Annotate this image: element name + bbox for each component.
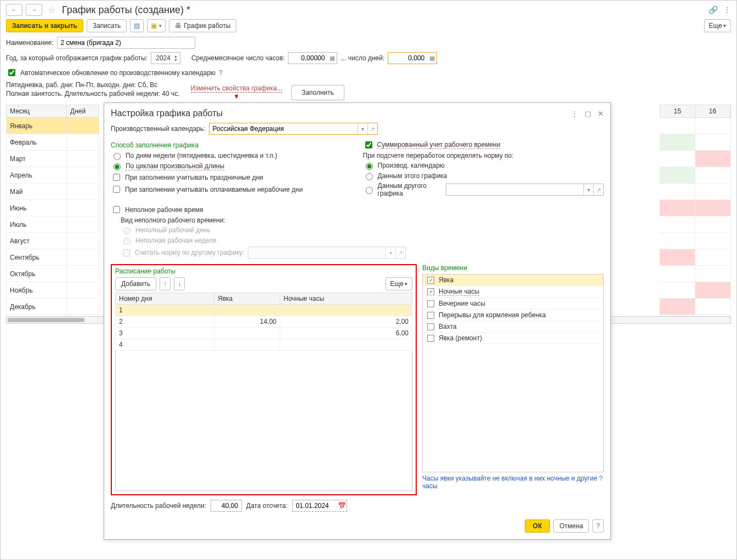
chk-summed[interactable] xyxy=(365,141,372,148)
help-icon[interactable]: ? xyxy=(599,475,603,482)
name-input[interactable] xyxy=(57,37,195,49)
chevron-down-icon: ▾ xyxy=(385,247,395,258)
year-spinner[interactable]: 2024 ▲▼ xyxy=(151,52,180,64)
doc-icon-button[interactable]: ▤ xyxy=(130,19,144,32)
other-schedule-combo[interactable]: ▾ ↗ xyxy=(446,184,604,196)
fill-button[interactable]: Заполнить xyxy=(291,85,344,100)
month-row[interactable]: Май xyxy=(7,184,99,200)
list-item[interactable]: Явка (ремонт) xyxy=(423,333,603,344)
chk-parttime[interactable] xyxy=(113,206,120,213)
chevron-down-icon[interactable]: ▾ xyxy=(583,184,593,195)
list-item[interactable]: Вечерние часы xyxy=(423,298,603,310)
menu-icon[interactable]: ⋮ xyxy=(723,5,731,14)
open-ref-icon[interactable]: ↗ xyxy=(367,123,377,134)
schedule-table[interactable]: Номер дня Явка Ночные часы 1 214,002,00 … xyxy=(115,293,412,351)
more-button[interactable]: Еще ▾ xyxy=(704,19,731,32)
open-ref-icon[interactable]: ↗ xyxy=(593,184,603,195)
help-button[interactable]: ? xyxy=(592,519,604,533)
checkbox-icon[interactable] xyxy=(427,335,434,342)
auto-update-label: Автоматическое обновление по производств… xyxy=(20,69,216,77)
table-row[interactable]: 1 xyxy=(116,305,412,316)
folder-icon: ▣ xyxy=(151,22,157,30)
checkbox-icon[interactable]: ✓ xyxy=(427,277,434,284)
month-row[interactable]: Октябрь xyxy=(7,266,99,282)
add-row-button[interactable]: Добавить xyxy=(115,277,156,290)
calendar-strip: 1516 xyxy=(660,105,731,315)
ok-button[interactable]: ОК xyxy=(525,519,551,533)
year-label: Год, за который отображается график рабо… xyxy=(6,54,148,62)
help-icon: ? xyxy=(596,522,600,530)
month-row[interactable]: Ноябрь xyxy=(7,282,99,299)
dialog-maximize-icon[interactable]: ▢ xyxy=(585,110,591,118)
month-row[interactable]: Январь xyxy=(7,118,99,134)
table-row[interactable]: 214,002,00 xyxy=(116,316,412,328)
schedule-summary-2: Полная занятость. Длительность рабочей н… xyxy=(6,90,180,98)
dialog-menu-icon[interactable]: ⋮ xyxy=(571,110,578,118)
month-row[interactable]: Март xyxy=(7,151,99,167)
radio-part-day xyxy=(123,227,131,235)
month-row[interactable]: Июнь xyxy=(7,200,99,216)
favorite-star-icon[interactable]: ☆ xyxy=(46,4,58,16)
save-button[interactable]: Записать xyxy=(87,19,127,32)
schedule-settings-dialog: Настройка графика работы ⋮ ▢ ✕ Производс… xyxy=(104,102,611,540)
checkbox-icon[interactable]: ✓ xyxy=(427,288,434,295)
radio-norm-other[interactable] xyxy=(366,187,373,194)
chk-holidays[interactable] xyxy=(113,174,120,181)
move-up-button[interactable]: ↑ xyxy=(160,277,171,290)
chk-paid-nonwork[interactable] xyxy=(113,186,120,193)
avg-hours-input[interactable]: ▦ xyxy=(288,52,337,64)
chevron-down-icon[interactable]: ▾ xyxy=(358,123,367,134)
calculator-icon[interactable]: ▦ xyxy=(327,55,337,62)
radio-norm-this[interactable] xyxy=(366,173,373,180)
spin-up-icon[interactable]: ▲ xyxy=(174,54,178,58)
days-input[interactable]: ▦ xyxy=(388,52,437,64)
calendar-icon[interactable]: 📅 xyxy=(337,502,347,510)
print-button[interactable]: 🖶График работы xyxy=(169,19,236,32)
change-properties-link[interactable]: Изменить свойства графика... xyxy=(191,84,282,93)
cancel-button[interactable]: Отмена xyxy=(553,519,589,533)
page-title: График работы (создание) * xyxy=(62,4,190,16)
nav-back-button[interactable]: ← xyxy=(6,4,22,16)
month-row[interactable]: Июль xyxy=(7,216,99,233)
start-date-label: Дата отсчета: xyxy=(246,502,287,510)
month-row[interactable]: Сентябрь xyxy=(7,249,99,266)
prod-calendar-combo[interactable]: ▾ ↗ xyxy=(209,123,378,135)
schedule-more-button[interactable]: Еще ▾ xyxy=(385,277,412,290)
spin-down-icon[interactable]: ▼ xyxy=(174,58,178,62)
timetypes-list[interactable]: ✓Явка ✓Ночные часы Вечерние часы Перерыв… xyxy=(422,274,604,472)
radio-by-cycle[interactable] xyxy=(114,163,121,170)
arrow-up-icon: ↑ xyxy=(163,280,167,288)
radio-by-week[interactable] xyxy=(114,153,121,160)
list-item[interactable]: Вахта xyxy=(423,321,603,333)
month-row[interactable]: Август xyxy=(7,233,99,249)
dialog-close-icon[interactable]: ✕ xyxy=(598,110,604,118)
start-date-input[interactable]: 📅 xyxy=(292,500,347,512)
calculator-icon[interactable]: ▦ xyxy=(427,55,436,62)
list-item[interactable]: Перерывы для кормления ребенка xyxy=(423,310,603,321)
nav-forward-button[interactable]: → xyxy=(26,4,42,16)
radio-norm-calendar[interactable] xyxy=(366,163,373,170)
link-icon[interactable]: 🔗 xyxy=(708,5,718,14)
chk-other-norm xyxy=(123,249,130,256)
list-item[interactable]: ✓Ночные часы xyxy=(423,286,603,298)
save-close-button[interactable]: Записать и закрыть xyxy=(6,19,83,32)
open-ref-icon: ↗ xyxy=(395,247,405,258)
checkbox-icon[interactable] xyxy=(427,323,434,330)
week-len-input[interactable] xyxy=(211,500,242,512)
month-row[interactable]: Декабрь xyxy=(7,299,99,315)
timetypes-title: Виды времени xyxy=(422,264,604,272)
list-item[interactable]: ✓Явка xyxy=(423,275,603,286)
table-row[interactable]: 4 xyxy=(116,339,412,351)
norm-label: При подсчете переработок определять норм… xyxy=(363,152,604,159)
fill-method-title: Способ заполнения графика xyxy=(111,141,352,149)
actions-dropdown-button[interactable]: ▣ ▾ xyxy=(147,19,166,32)
auto-update-checkbox[interactable] xyxy=(8,69,15,76)
move-down-button[interactable]: ↓ xyxy=(174,277,185,290)
checkbox-icon[interactable] xyxy=(427,300,434,307)
month-row[interactable]: Апрель xyxy=(7,167,99,184)
help-icon[interactable]: ? xyxy=(219,69,223,77)
month-row[interactable]: Февраль xyxy=(7,134,99,151)
checkbox-icon[interactable] xyxy=(427,312,434,319)
doc-icon: ▤ xyxy=(134,22,140,30)
table-row[interactable]: 36,00 xyxy=(116,328,412,339)
